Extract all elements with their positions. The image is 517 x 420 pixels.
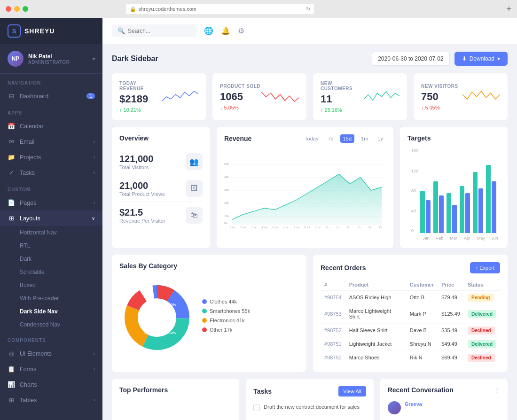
bell-icon[interactable]: 🔔 bbox=[221, 26, 230, 35]
cell-customer: Mark P bbox=[406, 304, 438, 324]
export-button[interactable]: ↑ Export bbox=[470, 262, 500, 273]
apps-section-label: APPS bbox=[0, 104, 102, 118]
stat-value: 1065 bbox=[220, 91, 260, 103]
task-item: Draft the new contract document for sale… bbox=[253, 401, 366, 414]
bar-group-mar bbox=[446, 193, 457, 233]
sidebar-sub-rtl[interactable]: RTL bbox=[0, 239, 102, 252]
stat-cards: TODAY REVENUE $2189 ↑ 10.21% PRODUCT SOL… bbox=[112, 73, 508, 120]
search-box[interactable]: 🔍 bbox=[112, 24, 196, 37]
col-id: # bbox=[321, 279, 345, 291]
sales-category-card: Sales By Category 26.1% 28.0% bbox=[112, 255, 306, 372]
browser-chrome: 🔒 shreyu.coderthemes.com ↻ + bbox=[0, 0, 517, 18]
sidebar-item-charts[interactable]: 📊 Charts bbox=[0, 377, 102, 392]
cell-price: $49.49 bbox=[438, 337, 464, 351]
stat-label: NEW CUSTOMERS bbox=[321, 81, 364, 91]
sidebar-sub-scrollable[interactable]: Scrollable bbox=[0, 265, 102, 279]
stat-card-visitors: NEW VISITORS 750 ↓ 5.05% bbox=[414, 73, 508, 120]
tab-15d[interactable]: 15d bbox=[340, 134, 354, 143]
task-checkbox[interactable] bbox=[253, 404, 260, 411]
sidebar-sub-preloader[interactable]: With Pre-loader bbox=[0, 292, 102, 305]
cell-customer: Otto B bbox=[406, 291, 438, 304]
tab-today[interactable]: Today bbox=[302, 134, 321, 143]
orders-title: Recent Orders bbox=[321, 264, 366, 272]
sidebar-item-layouts[interactable]: ⊞ Layouts ∨ bbox=[0, 210, 102, 226]
svg-text:4 Jul: 4 Jul bbox=[261, 226, 267, 229]
bar-teal bbox=[486, 165, 491, 233]
donut-container: 26.1% 28.0% 35.0% 10.8% Clothes 44k bbox=[119, 276, 299, 355]
stat-label: PRODUCT SOLD bbox=[220, 84, 260, 89]
conv-name: Greeva bbox=[405, 401, 422, 407]
tab-1m[interactable]: 1m bbox=[358, 134, 371, 143]
svg-text:12 ...: 12 ... bbox=[347, 226, 353, 229]
mini-chart-customers bbox=[364, 87, 400, 106]
maximize-dot[interactable] bbox=[23, 6, 28, 12]
new-tab-button[interactable]: + bbox=[506, 4, 511, 14]
legend-label: Clothes 44k bbox=[210, 299, 237, 304]
cell-id: #98752 bbox=[321, 324, 345, 337]
user-name: Nik Patel bbox=[28, 53, 88, 60]
cell-status: Declined bbox=[464, 324, 500, 337]
more-options-icon[interactable]: ⋮ bbox=[494, 387, 500, 394]
bar-teal bbox=[420, 191, 425, 233]
export-icon: ↑ bbox=[476, 265, 478, 271]
bar-teal bbox=[473, 172, 478, 233]
svg-text:2 Jul: 2 Jul bbox=[240, 226, 246, 229]
user-details: Nik Patel ADMINISTRATOR bbox=[28, 53, 88, 65]
overview-item-views: 21,000 Total Product Views 🖼 bbox=[119, 175, 203, 202]
sidebar-item-forms[interactable]: 📋 Forms › bbox=[0, 361, 102, 377]
sidebar-sub-condensed[interactable]: Condensed Nav bbox=[0, 318, 102, 331]
cell-status: Declined bbox=[464, 351, 500, 365]
stat-info: NEW VISITORS 750 ↓ 5.05% bbox=[421, 84, 458, 110]
cell-id: #98754 bbox=[321, 291, 345, 304]
view-all-button[interactable]: View All bbox=[338, 386, 366, 397]
tab-1y[interactable]: 1y bbox=[375, 134, 386, 143]
svg-text:35.0%: 35.0% bbox=[165, 331, 176, 335]
minimize-dot[interactable] bbox=[14, 6, 20, 12]
sidebar-item-label: Charts bbox=[20, 381, 37, 388]
tasks-card: Tasks View All Draft the new contract do… bbox=[246, 379, 373, 420]
sidebar-sub-boxed[interactable]: Boxed bbox=[0, 279, 102, 292]
sidebar-item-tasks[interactable]: ✓ Tasks › bbox=[0, 165, 102, 180]
col-customer: Customer bbox=[406, 279, 438, 291]
table-row: #98752 Half Sleeve Shirt Dave B $35.49 D… bbox=[321, 324, 500, 337]
date-range[interactable]: 2020-06-30 to 2020-07-02 bbox=[372, 52, 449, 66]
chevron-right-icon: › bbox=[94, 155, 95, 160]
cell-id: #98750 bbox=[321, 351, 345, 365]
chevron-down-icon: ▾ bbox=[497, 55, 500, 62]
reload-icon[interactable]: ↻ bbox=[306, 6, 310, 12]
chevron-right-icon: › bbox=[94, 351, 95, 356]
legend-clothes: Clothes 44k bbox=[202, 299, 250, 304]
user-info[interactable]: NP Nik Patel ADMINISTRATOR ▾ bbox=[0, 44, 102, 74]
search-input[interactable] bbox=[128, 28, 191, 34]
download-button[interactable]: ⬇ Download ▾ bbox=[454, 52, 508, 66]
sidebar-item-projects[interactable]: 📁 Projects › bbox=[0, 149, 102, 165]
sidebar-item-dashboard[interactable]: ⊟ Dashboard 1 bbox=[0, 88, 102, 104]
sidebar-sub-dark-side-nav[interactable]: Dark Side Nav bbox=[0, 305, 102, 318]
sidebar-item-label: Email bbox=[20, 139, 34, 145]
sidebar-sub-horizontal-nav[interactable]: Horizontal Nav bbox=[0, 226, 102, 239]
sidebar-sub-dark[interactable]: Dark bbox=[0, 252, 102, 265]
legend-dot bbox=[202, 299, 207, 304]
dashboard-badge: 1 bbox=[86, 93, 95, 99]
url-bar[interactable]: 🔒 shreyu.coderthemes.com ↻ bbox=[126, 4, 314, 14]
sidebar-item-label: Pages bbox=[20, 200, 36, 206]
sidebar-item-email[interactable]: ✉ Email › bbox=[0, 134, 102, 149]
globe-icon[interactable]: 🌐 bbox=[204, 26, 213, 35]
sidebar-item-label: Calendar bbox=[20, 123, 44, 130]
donut-chart: 26.1% 28.0% 35.0% 10.8% bbox=[119, 280, 195, 355]
sidebar-item-pages[interactable]: 📄 Pages › bbox=[0, 195, 102, 210]
settings-icon[interactable]: ⚙ bbox=[238, 26, 244, 35]
sidebar-item-label: Tables bbox=[20, 397, 37, 404]
overview-card: Overview 121,000 Total Visitors 👥 21,000… bbox=[112, 127, 210, 248]
sidebar-item-ui-elements[interactable]: ◎ UI Elements › bbox=[0, 346, 102, 361]
overview-label: Total Product Views bbox=[119, 191, 164, 197]
sidebar-item-label: Layouts bbox=[20, 215, 40, 222]
status-badge: Delivered bbox=[468, 310, 496, 318]
sidebar-item-calendar[interactable]: 📅 Calendar bbox=[0, 118, 102, 134]
orders-header: Recent Orders ↑ Export bbox=[321, 262, 500, 273]
tab-7d[interactable]: 7d bbox=[325, 134, 336, 143]
close-dot[interactable] bbox=[6, 6, 11, 12]
sidebar-item-tables[interactable]: ⊞ Tables › bbox=[0, 392, 102, 408]
donut-legend: Clothes 44k Smartphones 55k Electronics … bbox=[202, 299, 250, 336]
page-header: Dark Sidebar 2020-06-30 to 2020-07-02 ⬇ … bbox=[112, 52, 508, 66]
